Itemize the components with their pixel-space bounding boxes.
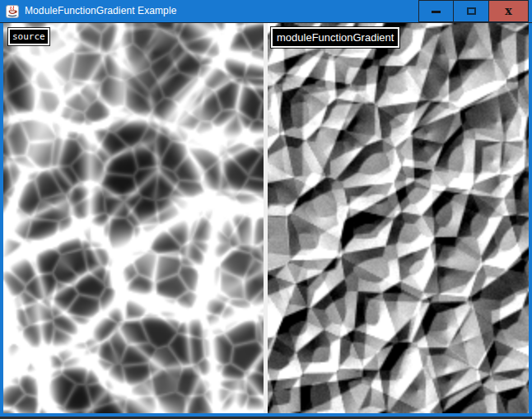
close-icon: x — [505, 5, 511, 16]
panel-source: source — [3, 23, 264, 413]
window-controls: x — [419, 0, 529, 22]
content-area: source moduleFunctionGradient — [0, 23, 532, 413]
module-function-gradient-image — [268, 23, 529, 413]
window-title: ModuleFunctionGradient Example — [25, 0, 176, 22]
titlebar[interactable]: ModuleFunctionGradient Example x — [0, 0, 532, 23]
java-coffee-cup-icon — [6, 5, 19, 18]
module-function-gradient-image-label: moduleFunctionGradient — [271, 27, 399, 48]
close-button[interactable]: x — [488, 0, 529, 22]
app-window: ModuleFunctionGradient Example x source … — [0, 0, 532, 419]
minimize-icon — [432, 11, 441, 13]
panel-module-function-gradient: moduleFunctionGradient — [268, 23, 529, 413]
source-image-label: source — [8, 28, 49, 45]
maximize-button[interactable] — [453, 0, 489, 22]
maximize-icon — [467, 7, 476, 15]
minimize-button[interactable] — [418, 0, 454, 22]
source-noise-image — [3, 23, 264, 413]
